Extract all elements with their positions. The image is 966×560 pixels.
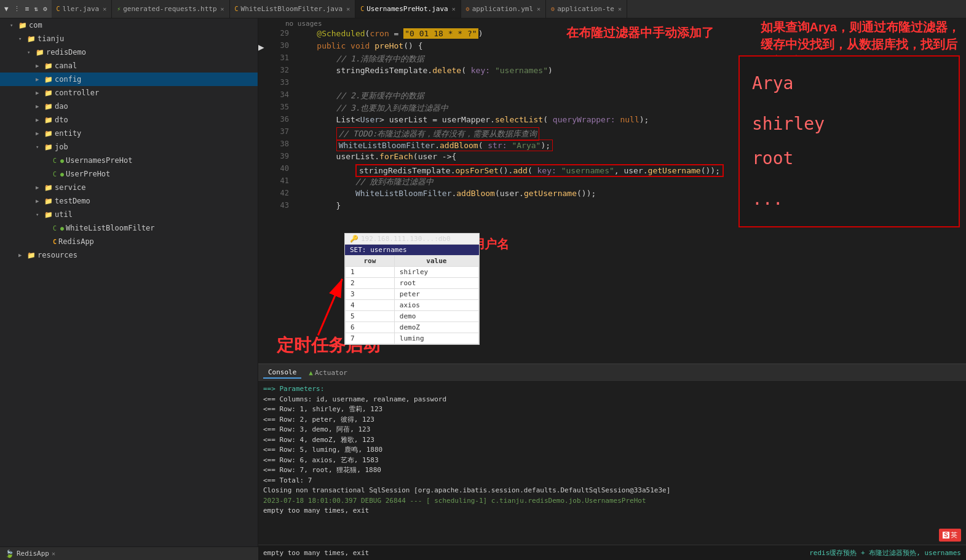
folder-icon-job: 📁 [44,143,53,151]
java-icon-sidebar: C [53,239,57,245]
label-resources: resources [38,251,77,259]
tab-close-5[interactable]: ✕ [537,6,540,12]
bottom-status: empty too many times, exit redis缓存预热 + 布… [258,545,966,560]
linenum-31: 31 [268,53,295,62]
csdn-badge: S 英 [939,529,961,542]
main-layout: ▾ 📁 com ▾ 📁 tianju ▾ 📁 redisDemo ▶ 📁 can… [0,18,966,560]
linenum-29: 29 [268,29,295,37]
redis-tbody: 1shirley2root3peter4axios5demo6demoZ7lum… [346,267,479,344]
console-line: Closing non transactional SqlSession [or… [263,486,961,496]
csdn-label: 英 [951,530,957,540]
sidebar-close-icon[interactable]: ✕ [52,550,55,557]
editor-area: no usages 29 @Scheduled(cron = "0 01 18 … [258,18,966,363]
tab-yml[interactable]: ⚙ application.yml ✕ [461,0,546,18]
arrow-service: ▶ [36,184,44,191]
tab-http-label: generated-requests.http [123,5,216,13]
redis-row-num: 3 [346,289,395,300]
tab-bloomfilter[interactable]: C WhiteListBloomFilter.java ✕ [230,0,356,18]
tree-redisdemo[interactable]: ▾ 📁 redisDemo [0,45,258,59]
tree-com[interactable]: ▾ 📁 com [0,18,258,32]
tree-testdemo[interactable]: ▶ 📁 testDemo [0,194,258,208]
tree-util[interactable]: ▾ 📁 util [0,208,258,221]
arrow-com: ▾ [10,22,18,28]
tree-config[interactable]: ▶ 📁 config [0,73,258,86]
redis-row-value: luming [394,333,478,344]
linenum-39: 39 [268,152,295,160]
tab-console[interactable]: Console [263,367,301,379]
bloom-spacer2 [752,176,946,182]
redis-row-value: shirley [394,267,478,278]
console-line: <== Total: 7 [263,476,961,486]
tree-dto[interactable]: ▶ 📁 dto [0,113,258,127]
tree-redisapp[interactable]: C RedisApp [0,235,258,248]
tree-job[interactable]: ▾ 📁 job [0,140,258,154]
folder-icon-dao: 📁 [44,103,53,111]
tree-canal[interactable]: ▶ 📁 canal [0,59,258,73]
arrow-resources: ▶ [18,252,27,258]
bottom-tabs: Console ▲Actuator [258,365,966,382]
label-controller: controller [55,89,99,97]
tab-close-2[interactable]: ✕ [221,6,224,12]
tab-close-4[interactable]: ✕ [452,6,456,12]
arrow-util: ▾ [36,211,44,218]
label-entity: entity [55,129,81,138]
tree-userprehot[interactable]: C ● UserPreHot [0,167,258,181]
spring-icon-3: C ● [53,225,64,232]
redis-row-num: 2 [346,278,395,289]
tree-resources[interactable]: ▶ 📁 resources [0,248,258,262]
csdn-logo: S [943,532,949,538]
console-content: ==> Parameters: <== Columns: id, usernam… [258,382,966,545]
tab-usernames-prehot[interactable]: C UsernamesPreHot.java ✕ [355,0,461,18]
arrow-entity: ▶ [36,130,44,136]
redis-set-name: usernames [370,246,407,254]
spring-icon-2: C ● [53,171,64,178]
arrow-tianju: ▾ [18,36,27,42]
linenum-34: 34 [268,90,295,99]
java-icon-3: C [360,6,364,12]
label-util: util [55,210,73,219]
label-dao: dao [55,102,68,111]
tab-close[interactable]: ✕ [103,6,106,12]
console-line: <== Row: 3, demo, 阿蓓, 123 [263,425,961,435]
tab-close-6[interactable]: ✕ [618,6,622,12]
label-redisdemo: redisDemo [46,48,86,57]
tree-entity[interactable]: ▶ 📁 entity [0,127,258,140]
tree-usernamesprehot[interactable]: C ● UsernamesPreHot [0,154,258,167]
linenum-37: 37 [268,127,295,136]
tab-http[interactable]: ⚡ generated-requests.http ✕ [112,0,229,18]
tab-close-3[interactable]: ✕ [346,6,350,12]
tab-actuator[interactable]: ▲Actuator [304,368,352,378]
actuator-icon: ▲ [309,369,313,377]
folder-icon-tianju: 📁 [27,35,36,43]
tab-yml2-label: application-te [557,5,614,13]
linenum-32: 32 [268,66,295,74]
tab-bloomfilter-label: WhiteListBloomFilter.java [241,5,343,13]
linenum-33: 33 [268,78,295,87]
tree-tianju[interactable]: ▾ 📁 tianju [0,32,258,45]
tab-controller[interactable]: C ller.java ✕ [52,0,113,18]
nav-icon1[interactable]: ⋮ [12,5,22,13]
label-config: config [55,75,81,84]
label-com: com [29,21,42,30]
label-job: job [55,143,68,151]
tree-service[interactable]: ▶ 📁 service [0,181,258,194]
bloom-filter-panel: Arya shirley root ... [738,55,960,227]
settings-icon[interactable]: ⚙ [41,5,49,13]
project-icon: ▼ [2,5,10,13]
sidebar-app-label: RedisApp [17,550,49,558]
console-line: <== Row: 6, axios, 艺布, 1583 [263,455,961,466]
arrow-canal: ▶ [36,63,44,69]
folder-icon-canal: 📁 [44,62,53,70]
tree-dao[interactable]: ▶ 📁 dao [0,100,258,113]
tab-yml2[interactable]: ⚙ application-te ✕ [546,0,627,18]
bloom-root: root [752,141,946,176]
content-area: no usages 29 @Scheduled(cron = "0 01 18 … [258,18,966,560]
arrow-config: ▶ [36,76,44,82]
nav-icon2[interactable]: ≡ [23,5,31,13]
redis-row-value: demo [394,311,478,322]
sidebar-spring-icon: 🍃 [5,550,14,558]
redis-panel: 🔑 192.168.111.130...:db0 SET: usernames … [344,233,480,345]
nav-icon3[interactable]: ⇅ [32,5,40,13]
tree-whitelistbloomfilter[interactable]: C ● WhiteListBloomFilter [0,221,258,235]
tree-controller[interactable]: ▶ 📁 controller [0,86,258,100]
